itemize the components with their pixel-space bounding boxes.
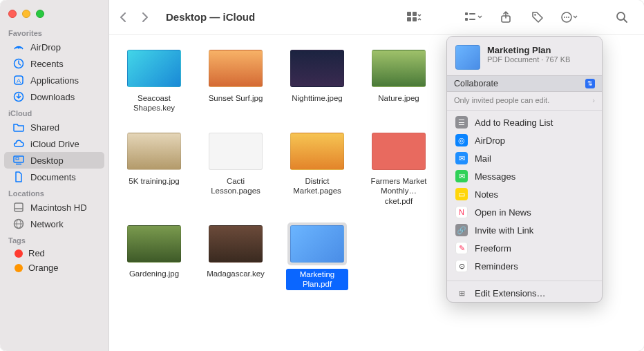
clock-icon	[12, 57, 25, 70]
sidebar-item-label: AirDrop	[30, 42, 61, 53]
share-option-mail[interactable]: ✉Mail	[447, 149, 602, 167]
sidebar-item-label: Orange	[28, 263, 58, 273]
share-permissions-row[interactable]: Only invited people can edit. ›	[447, 92, 602, 111]
file-item[interactable]: Farmers Market Monthly…cket.pdf	[368, 130, 430, 206]
file-item[interactable]: Nighttime.jpeg	[286, 47, 348, 113]
sidebar-item-shared[interactable]: Shared	[4, 119, 104, 135]
sidebar-item-macintosh-hd[interactable]: Macintosh HD	[4, 199, 104, 216]
sidebar-item-label: Recents	[30, 59, 64, 69]
cloud-icon	[12, 137, 25, 150]
collaborate-label: Collaborate	[454, 79, 498, 88]
close-window-button[interactable]	[8, 10, 17, 18]
sidebar-item-label: Macintosh HD	[30, 202, 87, 213]
file-item[interactable]: District Market.pages	[286, 130, 348, 206]
doc-icon	[12, 171, 25, 183]
share-option-add-to-reading-list[interactable]: ☰Add to Reading List	[447, 113, 602, 131]
app-icon: ◎	[455, 134, 468, 146]
file-name-label: Marketing Plan.pdf	[286, 269, 348, 290]
sidebar-item-label: Documents	[30, 172, 76, 182]
svg-rect-17	[465, 12, 468, 15]
svg-rect-13	[407, 12, 411, 16]
file-thumbnail	[209, 133, 263, 170]
svg-rect-15	[407, 17, 411, 21]
sidebar-section-label: iCloud	[0, 105, 108, 119]
sidebar-item-red[interactable]: Red	[4, 246, 104, 260]
back-button[interactable]	[119, 11, 134, 23]
share-option-airdrop[interactable]: ◎AirDrop	[447, 131, 602, 149]
more-button[interactable]	[557, 8, 582, 27]
group-button[interactable]	[462, 8, 486, 27]
sidebar-item-documents[interactable]: Documents	[4, 169, 104, 185]
edit-extensions-item[interactable]: ⊞ Edit Extensions…	[447, 284, 602, 302]
forward-button[interactable]	[141, 11, 156, 23]
sidebar-item-downloads[interactable]: Downloads	[4, 88, 104, 105]
file-thumbnail	[127, 225, 181, 263]
share-option-notes[interactable]: ▭Notes	[447, 185, 602, 203]
file-item[interactable]: 5K training.jpg	[123, 130, 185, 206]
file-thumbnail	[209, 50, 263, 87]
svg-line-28	[624, 19, 627, 22]
file-name-label: 5K training.jpg	[129, 176, 180, 186]
sidebar-section-label: Favorites	[0, 25, 108, 39]
sidebar-section-label: Locations	[0, 185, 108, 199]
app-icon: ✉	[455, 152, 468, 164]
app-icon: ⊙	[455, 260, 468, 272]
sidebar: FavoritesAirDropRecentsAApplicationsDown…	[0, 0, 109, 351]
file-item[interactable]: Nature.jpeg	[368, 47, 430, 113]
svg-text:A: A	[17, 77, 21, 84]
folder-icon	[12, 121, 25, 133]
svg-point-24	[564, 17, 565, 18]
share-option-label: Open in News	[475, 207, 531, 218]
share-option-label: AirDrop	[475, 135, 505, 146]
sidebar-item-airdrop[interactable]: AirDrop	[4, 39, 104, 55]
svg-rect-8	[15, 203, 23, 211]
collaborate-dropdown[interactable]: Collaborate ⇅	[447, 75, 602, 92]
app-icon: A	[12, 74, 25, 86]
share-option-freeform[interactable]: ✎Freeform	[447, 239, 602, 257]
sidebar-item-icloud-drive[interactable]: iCloud Drive	[4, 135, 104, 152]
app-icon: N	[455, 206, 468, 218]
svg-point-0	[18, 47, 20, 49]
search-button[interactable]	[609, 8, 634, 27]
svg-rect-19	[465, 18, 468, 21]
sidebar-item-recents[interactable]: Recents	[4, 55, 104, 72]
share-option-messages[interactable]: ✉Messages	[447, 167, 602, 185]
sidebar-item-applications[interactable]: AApplications	[4, 72, 104, 88]
view-mode-button[interactable]	[402, 8, 427, 27]
file-item[interactable]: Marketing Plan.pdf	[286, 222, 348, 290]
svg-rect-18	[469, 13, 475, 15]
finder-window: FavoritesAirDropRecentsAApplicationsDown…	[0, 0, 644, 351]
file-item[interactable]: Cacti Lesson.pages	[205, 130, 267, 206]
file-item[interactable]: Gardening.jpg	[123, 222, 185, 290]
main-panel: Desktop — iCloud Seacoast Shapes.keySuns…	[109, 0, 644, 351]
file-thumbnail	[209, 225, 263, 263]
sidebar-item-orange[interactable]: Orange	[4, 260, 104, 275]
share-option-invite-with-link[interactable]: 🔗Invite with Link	[447, 221, 602, 239]
minimize-window-button[interactable]	[22, 10, 30, 18]
sidebar-item-network[interactable]: Network	[4, 216, 104, 232]
chevron-right-icon: ›	[592, 96, 595, 104]
file-name-label: District Market.pages	[286, 176, 348, 196]
share-option-reminders[interactable]: ⊙Reminders	[447, 257, 602, 275]
share-option-label: Mail	[475, 153, 491, 164]
share-file-subtitle: PDF Document · 767 KB	[487, 55, 570, 64]
sidebar-item-desktop[interactable]: Desktop	[4, 152, 104, 169]
svg-rect-6	[16, 158, 19, 160]
sidebar-item-label: iCloud Drive	[30, 139, 79, 149]
file-item[interactable]: Madagascar.key	[205, 222, 267, 290]
file-item[interactable]: Seacoast Shapes.key	[123, 47, 185, 113]
tags-button[interactable]	[525, 8, 550, 27]
file-item[interactable]: Sunset Surf.jpg	[205, 47, 267, 113]
toolbar: Desktop — iCloud	[109, 0, 644, 35]
sidebar-item-label: Desktop	[30, 155, 64, 166]
file-name-label: Sunset Surf.jpg	[209, 93, 263, 103]
file-name-label: Nighttime.jpeg	[292, 93, 343, 103]
svg-rect-16	[413, 17, 417, 21]
share-option-label: Invite with Link	[475, 225, 533, 236]
share-option-open-in-news[interactable]: NOpen in News	[447, 203, 602, 221]
zoom-window-button[interactable]	[36, 10, 44, 18]
share-option-label: Add to Reading List	[475, 117, 553, 128]
share-button[interactable]	[493, 8, 518, 27]
share-file-title: Marketing Plan	[487, 45, 570, 55]
svg-rect-14	[413, 12, 417, 16]
